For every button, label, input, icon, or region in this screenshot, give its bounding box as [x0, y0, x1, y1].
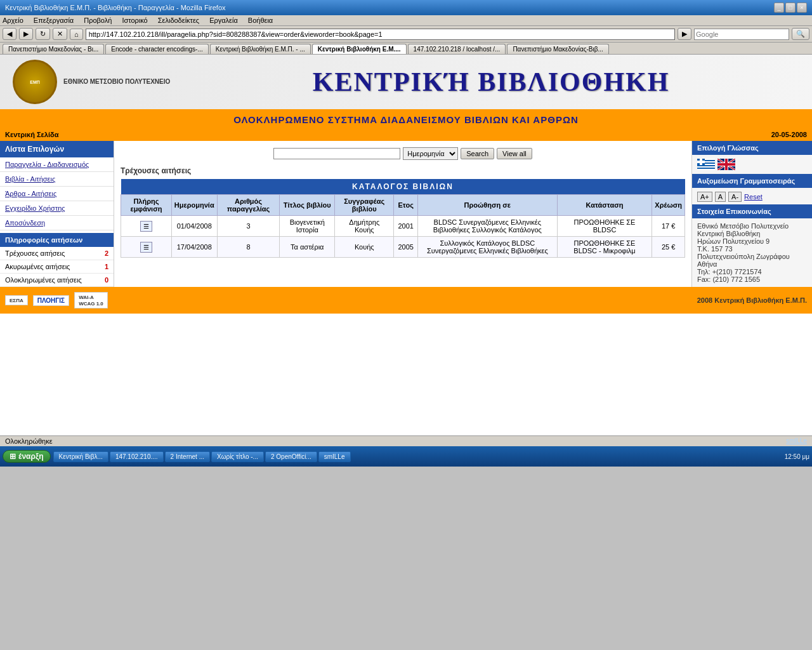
window-controls[interactable]: _ □ ×: [774, 3, 807, 13]
contact-line-2: Ηρώων Πολυτεχνείου 9: [697, 237, 807, 245]
viewall-button[interactable]: View all: [497, 148, 532, 159]
taskbar-items: Κεντρική Βιβλ... 147.102.210.... 2 Inter…: [53, 451, 782, 462]
row1-date: 01/04/2008: [171, 216, 217, 237]
main-layout: Λίστα Επιλογών Παραγγελία - Διαδανεισμός…: [0, 141, 812, 287]
row1-detail-btn[interactable]: ☰: [121, 216, 172, 237]
catalog-table: ΚΑΤΑΛΟΓΟΣ ΒΙΒΛΙΩΝ Πλήρης εμφάνιση Ημερομ…: [121, 179, 685, 258]
topbar-right: 20-05-2008: [771, 131, 807, 138]
sidebar-link-logout[interactable]: Αποσύνδεση: [0, 216, 114, 230]
taskbar-item-1[interactable]: 147.102.210....: [110, 451, 164, 462]
greek-flag[interactable]: [697, 159, 715, 171]
tab-2[interactable]: Κεντρική Βιβλιοθήκη Ε.Μ.Π. - ...: [210, 44, 311, 54]
footer-logo-plohigis: ΠΛΟΗΓΙΣ: [33, 295, 69, 306]
institution-logo: ΕΜΠ: [13, 60, 57, 104]
menu-file[interactable]: Αρχείο: [3, 17, 23, 24]
menu-bookmarks[interactable]: Σελιδοδείκτες: [158, 17, 199, 24]
contact-line-4: Πολυτεχνειούπολη Ζωγράφου: [697, 253, 807, 260]
topbar-left: Κεντρική Σελίδα: [5, 131, 58, 138]
back-btn[interactable]: ◀: [3, 28, 16, 40]
uk-flag-icon: [717, 159, 735, 170]
search-button[interactable]: Search: [461, 148, 494, 159]
contact-line-5: Αθήνα: [697, 260, 807, 268]
lang-header: Επιλογή Γλώσσας: [692, 141, 812, 155]
col-charge: Χρέωση: [652, 195, 685, 216]
reload-btn[interactable]: ↻: [36, 28, 50, 40]
contact-line-1: Κεντρική Βιβλιοθήκη: [697, 230, 807, 237]
smille-link[interactable]: smILLe: [786, 437, 807, 445]
sidebar-link-articles[interactable]: Άρθρα - Αιτήσεις: [0, 187, 114, 201]
tab-4[interactable]: 147.102.210.218 / localhost /...: [408, 44, 506, 54]
taskbar-item-5[interactable]: smILLe: [318, 451, 351, 462]
menu-edit[interactable]: Επεξεργασία: [34, 17, 74, 24]
row1-year: 2001: [394, 216, 417, 237]
menu-view[interactable]: Προβολή: [84, 17, 112, 24]
close-btn[interactable]: ×: [797, 3, 807, 13]
font-smaller-btn[interactable]: A-: [728, 192, 742, 202]
forward-btn[interactable]: ▶: [19, 28, 33, 40]
tab-3[interactable]: Κεντρική Βιβλιοθήκη Ε.Μ....: [312, 44, 407, 54]
search-select[interactable]: Ημερομηνία Τίτλος Συγγραφέας: [403, 147, 458, 160]
taskbar-item-2[interactable]: 2 Internet ...: [165, 451, 210, 462]
menu-help[interactable]: Βοήθεια: [248, 17, 273, 24]
font-normal-btn[interactable]: A: [715, 192, 726, 202]
uk-flag[interactable]: [717, 159, 735, 171]
row2-charge: 25 €: [652, 237, 685, 258]
tab-5[interactable]: Πανεπιστήμιο Μακεδονίας-Βιβ...: [507, 44, 608, 54]
row2-detail-btn[interactable]: ☰: [121, 237, 172, 258]
maximize-btn[interactable]: □: [785, 3, 796, 13]
taskbar-item-0[interactable]: Κεντρική Βιβλ...: [53, 451, 108, 462]
sidebar-link-books[interactable]: Βιβλία - Αιτήσεις: [0, 172, 114, 187]
sidebar: Λίστα Επιλογών Παραγγελία - Διαδανεισμός…: [0, 141, 114, 287]
section-title: Τρέχουσες αιτήσεις: [121, 166, 685, 175]
stat-active-count: 2: [105, 249, 108, 257]
minimize-btn[interactable]: _: [774, 3, 784, 13]
home-btn[interactable]: ⌂: [70, 29, 83, 40]
footer-logo-espa: ΕΣΠΑ: [5, 295, 28, 305]
svg-rect-8: [697, 161, 705, 163]
detail-icon-2[interactable]: ☰: [140, 242, 152, 253]
search-input[interactable]: [273, 148, 400, 159]
col-title: Τίτλος βιβλίου: [280, 195, 335, 216]
font-header: Αυξομείωση Γραμματοσειράς: [692, 174, 812, 188]
footer-copyright: 2008 Κεντρική Βιβλιοθήκη Ε.Μ.Π.: [697, 296, 807, 304]
menu-history[interactable]: Ιστορικό: [122, 17, 147, 24]
contact-header: Στοιχεία Επικοινωνίας: [692, 204, 812, 218]
sidebar-link-orders[interactable]: Παραγγελία - Διαδανεισμός: [0, 157, 114, 172]
col-date: Ημερομηνία: [171, 195, 217, 216]
row1-status: ΠΡΟΩΘΗΘΗΚΕ ΣΕ BLDSC: [557, 216, 652, 237]
table-col-headers: Πλήρης εμφάνιση Ημερομηνία Αριθμός παραγ…: [121, 195, 685, 216]
row2-year: 2005: [394, 237, 417, 258]
row1-author: Δημήτρης Κουής: [335, 216, 394, 237]
row1-forwarded: BLDSC Συνεργαζόμενες Ελληνικές Βιβλιοθήκ…: [417, 216, 557, 237]
search-go-btn[interactable]: 🔍: [792, 28, 809, 40]
greek-flag-icon: [697, 159, 715, 170]
stat-cancelled-count: 1: [105, 263, 108, 270]
detail-icon-1[interactable]: ☰: [140, 221, 152, 232]
search-bar[interactable]: [694, 29, 789, 40]
font-reset-link[interactable]: Reset: [744, 193, 763, 201]
tab-1[interactable]: Encode - character encodings-...: [105, 44, 209, 54]
browser-title: Κεντρική Βιβλιοθήκη Ε.Μ.Π. - Βιβλιοθήκη …: [5, 4, 226, 11]
address-bar[interactable]: [86, 29, 675, 40]
browser-toolbar: ◀ ▶ ↻ ✕ ⌂ ▶ 🔍: [0, 26, 812, 43]
stop-btn[interactable]: ✕: [53, 28, 67, 40]
font-controls: A+ A A- Reset: [692, 189, 812, 204]
row2-status: ΠΡΟΩΘΗΘΗΚΕ ΣΕ BLDSC - Μικροφιλμ: [557, 237, 652, 258]
font-larger-btn[interactable]: A+: [697, 192, 712, 202]
taskbar-item-4[interactable]: 2 OpenOffici...: [265, 451, 317, 462]
site-subtitle: ΟΛΟΚΛΗΡΩΜΕΝΟ ΣΥΣΤΗΜΑ ΔΙΑΔΑΝΕΙΣΜΟΥ ΒΙΒΛΙΩ…: [0, 111, 812, 128]
tab-0[interactable]: Πανεπιστήμιο Μακεδονίας - Βι...: [3, 44, 104, 54]
flag-row: [692, 156, 812, 174]
stats-header: Πληροφορίες αιτήσεων: [0, 233, 114, 247]
start-button[interactable]: ⊞ έναρξη: [3, 450, 51, 463]
col-author: Συγγραφέας βιβλίου: [335, 195, 394, 216]
stat-completed: Ολοκληρωμένες αιτήσεις 0: [0, 274, 114, 287]
search-row: Ημερομηνία Τίτλος Συγγραφέας Search View…: [121, 147, 685, 160]
sidebar-link-manual[interactable]: Εγχειρίδιο Χρήστης: [0, 201, 114, 216]
taskbar-item-3[interactable]: Χωρίς τίτλο -...: [211, 451, 264, 462]
right-sidebar: Επιλογή Γλώσσας: [691, 141, 812, 287]
stat-cancelled: Ακυρωμένες αιτήσεις 1: [0, 260, 114, 274]
go-btn[interactable]: ▶: [678, 28, 691, 40]
menu-tools[interactable]: Εργαλεία: [209, 17, 238, 24]
contact-line-3: Τ.Κ. 157 73: [697, 245, 807, 253]
